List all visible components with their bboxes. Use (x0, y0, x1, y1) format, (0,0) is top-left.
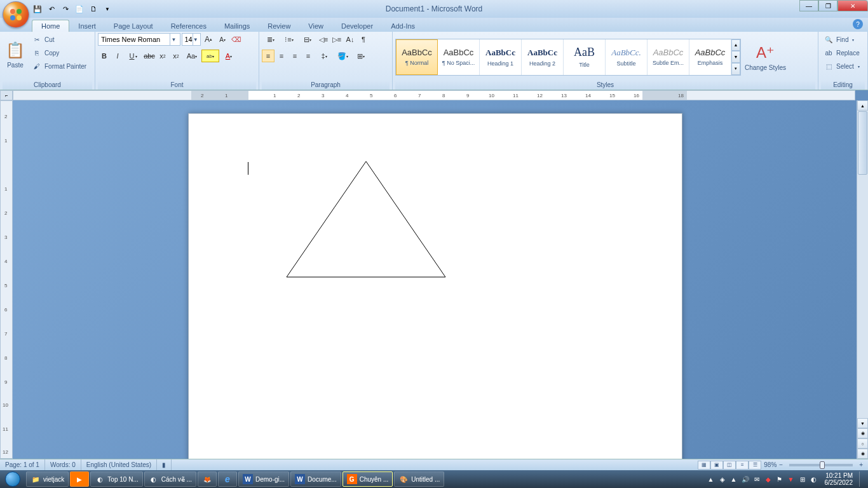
full-screen-button[interactable]: ▣ (710, 461, 723, 470)
align-right-button[interactable]: ≡ (288, 50, 301, 62)
task-item[interactable]: ◐Top 10 N... (90, 471, 142, 487)
numbering-button[interactable]: ⁝≡▾ (280, 33, 298, 46)
superscript-button[interactable]: x2 (170, 50, 182, 62)
ruler-horizontal[interactable]: 2 1 1 2 3 4 5 6 7 8 9 10 11 12 13 14 15 … (13, 90, 855, 100)
style-subtitle[interactable]: AaBbCc.Subtitle (606, 39, 648, 75)
task-item[interactable]: ◐Cách vẽ ... (144, 471, 196, 487)
tray-icon[interactable]: ⚑ (775, 475, 784, 484)
style-emphasis[interactable]: AaBbCcEmphasis (689, 39, 731, 75)
task-item[interactable]: ▶ (70, 471, 89, 487)
volume-icon[interactable]: 🔊 (741, 475, 750, 484)
close-button[interactable]: ✕ (837, 0, 868, 11)
align-center-button[interactable]: ≡ (275, 50, 288, 62)
scroll-thumb[interactable] (858, 111, 867, 175)
status-words[interactable]: Words: 0 (45, 459, 81, 470)
scrollbar-vertical[interactable]: ▲ ▼ ◉ ○ ◉ (857, 100, 868, 459)
undo-button[interactable]: ↶ (46, 3, 57, 15)
task-item[interactable]: 📁vietjack (26, 471, 69, 487)
tray-icon[interactable]: ◆ (764, 475, 773, 484)
start-button[interactable] (0, 470, 25, 488)
align-left-button[interactable]: ≡ (262, 50, 275, 62)
status-page[interactable]: Page: 1 of 1 (0, 459, 45, 470)
print-layout-button[interactable]: ▦ (698, 461, 710, 470)
zoom-thumb[interactable] (820, 461, 825, 469)
task-item[interactable]: 🎨Untitled ... (394, 471, 444, 487)
style-no-spacing[interactable]: AaBbCc¶ No Spaci... (438, 39, 480, 75)
scroll-up-button[interactable]: ▲ (857, 100, 868, 111)
sort-button[interactable]: A↓ (344, 33, 356, 46)
zoom-out-button[interactable]: − (779, 461, 783, 468)
prev-page-button[interactable]: ◉ (857, 428, 868, 438)
tab-view[interactable]: View (299, 20, 332, 32)
ruler-corner[interactable]: ⌐ (0, 90, 13, 100)
zoom-slider[interactable] (789, 464, 853, 466)
tray-icon[interactable]: ▲ (707, 475, 715, 484)
show-marks-button[interactable]: ¶ (357, 33, 370, 46)
shading-button[interactable]: 🪣▾ (334, 50, 351, 62)
style-title[interactable]: AaBTitle (564, 39, 606, 75)
select-button[interactable]: ⬚Select▾ (821, 60, 862, 72)
show-desktop-button[interactable] (859, 471, 864, 487)
minimize-button[interactable]: — (799, 0, 818, 11)
tab-references[interactable]: References (162, 20, 215, 32)
replace-button[interactable]: abReplace (821, 46, 862, 59)
style-normal[interactable]: AaBbCc¶ Normal (396, 39, 438, 75)
grow-font-button[interactable]: A▴ (202, 33, 215, 46)
triangle-shape[interactable] (285, 160, 447, 278)
next-page-button[interactable]: ◉ (857, 449, 868, 459)
change-styles-button[interactable]: A⁺ Change Styles (742, 36, 789, 78)
justify-button[interactable]: ≡ (302, 50, 315, 62)
subscript-button[interactable]: x2 (156, 50, 169, 62)
tab-addins[interactable]: Add-Ins (382, 20, 424, 32)
bold-button[interactable]: B (98, 50, 111, 62)
status-language[interactable]: English (United States) (81, 459, 157, 470)
outline-button[interactable]: ≡ (736, 461, 749, 470)
find-button[interactable]: 🔍Find▾ (821, 33, 862, 46)
decrease-indent-button[interactable]: ◁≡ (317, 33, 330, 46)
underline-button[interactable]: U▾ (125, 50, 142, 62)
web-layout-button[interactable]: ◫ (723, 461, 736, 470)
tab-page-layout[interactable]: Page Layout (105, 20, 162, 32)
maximize-button[interactable]: ❐ (818, 0, 837, 11)
scroll-down-button[interactable]: ▼ (857, 418, 868, 428)
change-case-button[interactable]: Aa▾ (183, 50, 201, 62)
styles-scroll[interactable]: ▲▼▾ (731, 39, 740, 75)
italic-button[interactable]: I (111, 50, 124, 62)
tab-home[interactable]: Home (32, 20, 69, 32)
qat-dropdown[interactable]: ▼ (102, 3, 113, 15)
increase-indent-button[interactable]: ▷≡ (330, 33, 343, 46)
zoom-in-button[interactable]: + (859, 461, 863, 468)
task-item[interactable]: WDocume... (290, 471, 341, 487)
tray-icon[interactable]: ◐ (810, 475, 818, 484)
task-item[interactable]: WDemo-gi... (238, 471, 289, 487)
tab-developer[interactable]: Developer (332, 20, 382, 32)
line-spacing-button[interactable]: ‡▾ (315, 50, 333, 62)
paste-button[interactable]: 📋 Paste (3, 33, 28, 75)
strikethrough-button[interactable]: abc (143, 50, 156, 62)
multilevel-button[interactable]: ⊟▾ (299, 33, 316, 46)
draft-button[interactable]: ☰ (749, 461, 761, 470)
cut-button[interactable]: ✂Cut (29, 33, 89, 46)
tab-review[interactable]: Review (259, 20, 299, 32)
highlight-button[interactable]: ab▾ (201, 50, 219, 62)
font-color-button[interactable]: A▾ (220, 50, 238, 62)
tray-icon[interactable]: ◈ (718, 475, 727, 484)
format-painter-button[interactable]: 🖌Format Painter (29, 60, 89, 72)
qat-btn[interactable]: 📄 (74, 3, 85, 15)
tray-icon[interactable]: ⊞ (798, 475, 807, 484)
font-name-select[interactable]: Times New Roman▼ (98, 33, 180, 46)
style-heading-1[interactable]: AaBbCcHeading 1 (480, 39, 522, 75)
font-size-select[interactable]: 14▼ (182, 33, 201, 46)
clear-format-button[interactable]: ⌫ (230, 33, 243, 46)
style-heading-2[interactable]: AaBbCcHeading 2 (522, 39, 564, 75)
zoom-level[interactable]: 98% (764, 461, 776, 468)
tab-insert[interactable]: Insert (69, 20, 105, 32)
task-item[interactable]: e (218, 471, 237, 487)
task-item[interactable]: 🦊 (198, 471, 217, 487)
document-page[interactable] (188, 113, 682, 459)
borders-button[interactable]: ⊞▾ (352, 50, 370, 62)
clock[interactable]: 10:21 PM 6/25/2022 (821, 472, 857, 486)
tray-icon[interactable]: ▲ (729, 475, 738, 484)
help-button[interactable]: ? (853, 19, 863, 29)
task-item[interactable]: GChuyên ... (342, 471, 393, 487)
